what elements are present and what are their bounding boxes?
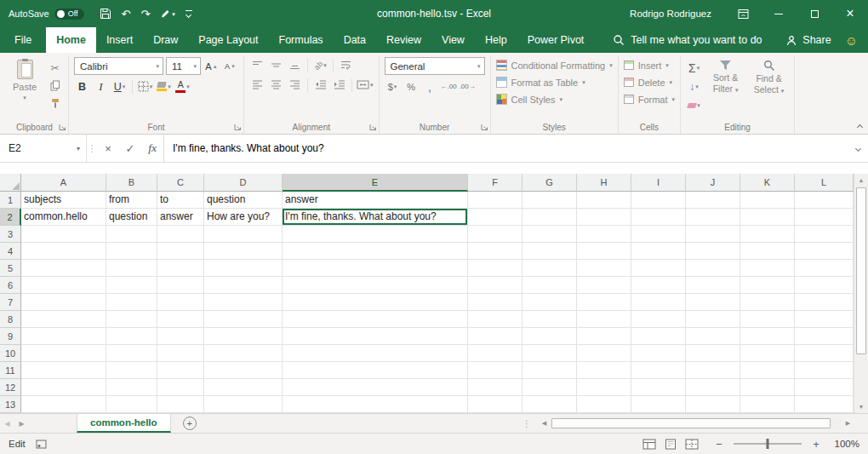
horizontal-scroll-thumb[interactable] bbox=[551, 418, 831, 428]
cell-J9[interactable] bbox=[686, 328, 740, 345]
cell-A2[interactable]: common.hello bbox=[21, 209, 106, 226]
zoom-in-button[interactable]: + bbox=[810, 439, 822, 450]
paste-button[interactable]: Paste ▾ bbox=[6, 57, 43, 101]
tab-draw[interactable]: Draw bbox=[143, 27, 188, 53]
zoom-slider-thumb[interactable] bbox=[767, 439, 769, 449]
cell-G7[interactable] bbox=[523, 294, 577, 311]
cell-D4[interactable] bbox=[204, 243, 283, 260]
cell-J2[interactable] bbox=[686, 209, 740, 226]
user-name[interactable]: Rodrigo Rodriguez bbox=[630, 9, 711, 19]
cell-I6[interactable] bbox=[631, 277, 686, 294]
cell-G12[interactable] bbox=[523, 379, 577, 396]
tab-file[interactable]: File bbox=[0, 27, 46, 53]
cell-H7[interactable] bbox=[577, 294, 631, 311]
format-as-table-button[interactable]: Format as Table ▾ bbox=[496, 74, 613, 90]
percent-style-button[interactable]: % bbox=[403, 78, 420, 95]
cell-F2[interactable] bbox=[468, 209, 523, 226]
wrap-text-button[interactable] bbox=[338, 57, 354, 73]
cell-A7[interactable] bbox=[21, 294, 106, 311]
increase-font-size-button[interactable]: A▲ bbox=[203, 58, 220, 74]
italic-button[interactable]: I bbox=[93, 78, 109, 95]
cell-K6[interactable] bbox=[740, 277, 795, 294]
cell-I10[interactable] bbox=[631, 345, 686, 362]
cell-F13[interactable] bbox=[468, 396, 523, 413]
cell-I3[interactable] bbox=[631, 226, 686, 243]
column-header-F[interactable]: F bbox=[468, 174, 523, 192]
cell-E8[interactable] bbox=[283, 311, 468, 328]
cell-G1[interactable] bbox=[523, 192, 577, 209]
font-size-select[interactable]: 11 ▾ bbox=[166, 57, 201, 75]
cell-D9[interactable] bbox=[204, 328, 283, 345]
cell-L1[interactable] bbox=[795, 192, 854, 209]
column-header-J[interactable]: J bbox=[686, 174, 740, 192]
cell-E11[interactable] bbox=[283, 362, 468, 379]
cell-A8[interactable] bbox=[21, 311, 106, 328]
cell-A12[interactable] bbox=[21, 379, 106, 396]
fill-color-button[interactable]: ▾ bbox=[156, 78, 172, 95]
decrease-decimal-button[interactable]: .00→ bbox=[460, 78, 476, 95]
cell-A4[interactable] bbox=[21, 243, 106, 260]
decrease-indent-button[interactable] bbox=[312, 77, 328, 93]
cell-I9[interactable] bbox=[631, 328, 686, 345]
cell-H5[interactable] bbox=[577, 260, 631, 277]
minimize-button[interactable] bbox=[761, 0, 797, 27]
cell-A1[interactable]: subjects bbox=[21, 192, 106, 209]
column-header-I[interactable]: I bbox=[631, 174, 686, 192]
row-header-10[interactable]: 10 bbox=[0, 345, 21, 362]
cell-C13[interactable] bbox=[157, 396, 204, 413]
cell-E12[interactable] bbox=[283, 379, 468, 396]
cell-J12[interactable] bbox=[686, 379, 740, 396]
cell-I12[interactable] bbox=[631, 379, 686, 396]
cell-K10[interactable] bbox=[740, 345, 795, 362]
cell-I2[interactable] bbox=[631, 209, 686, 226]
row-header-12[interactable]: 12 bbox=[0, 379, 21, 396]
cell-F12[interactable] bbox=[468, 379, 523, 396]
cell-C2[interactable]: answer bbox=[157, 209, 204, 226]
macro-record-button[interactable] bbox=[36, 440, 47, 449]
undo-button[interactable]: ↶ bbox=[117, 3, 136, 25]
cell-G11[interactable] bbox=[523, 362, 577, 379]
format-painter-button[interactable] bbox=[47, 95, 63, 112]
cell-H10[interactable] bbox=[577, 345, 631, 362]
cell-I1[interactable] bbox=[631, 192, 686, 209]
cell-K13[interactable] bbox=[740, 396, 795, 413]
tab-power-pivot[interactable]: Power Pivot bbox=[517, 27, 595, 53]
cell-K2[interactable] bbox=[740, 209, 795, 226]
cell-I5[interactable] bbox=[631, 260, 686, 277]
cell-E5[interactable] bbox=[283, 260, 468, 277]
cell-F9[interactable] bbox=[468, 328, 523, 345]
copy-button[interactable] bbox=[47, 78, 63, 94]
cell-F3[interactable] bbox=[468, 226, 523, 243]
column-header-A[interactable]: A bbox=[21, 174, 106, 192]
feedback-smiley-icon[interactable]: ☺ bbox=[845, 34, 858, 47]
cell-D11[interactable] bbox=[204, 362, 283, 379]
zoom-level[interactable]: 100% bbox=[831, 439, 859, 449]
cell-L6[interactable] bbox=[795, 277, 854, 294]
cell-E3[interactable] bbox=[283, 226, 468, 243]
save-button[interactable] bbox=[94, 3, 117, 25]
cell-D5[interactable] bbox=[204, 260, 283, 277]
align-right-button[interactable] bbox=[287, 77, 303, 93]
cell-G10[interactable] bbox=[523, 345, 577, 362]
cell-C3[interactable] bbox=[157, 226, 204, 243]
cell-F7[interactable] bbox=[468, 294, 523, 311]
conditional-formatting-button[interactable]: Conditional Formatting ▾ bbox=[496, 57, 613, 73]
column-header-K[interactable]: K bbox=[740, 174, 795, 192]
cell-F1[interactable] bbox=[468, 192, 523, 209]
select-all-corner[interactable] bbox=[0, 174, 21, 192]
cell-B13[interactable] bbox=[106, 396, 157, 413]
cell-G5[interactable] bbox=[523, 260, 577, 277]
row-header-6[interactable]: 6 bbox=[0, 277, 21, 294]
vertical-scroll-track[interactable] bbox=[854, 187, 868, 400]
column-header-H[interactable]: H bbox=[577, 174, 631, 192]
cell-C7[interactable] bbox=[157, 294, 204, 311]
ribbon-display-options-button[interactable] bbox=[725, 0, 761, 27]
tab-help[interactable]: Help bbox=[475, 27, 517, 53]
cell-D1[interactable]: question bbox=[204, 192, 283, 209]
next-sheet-button[interactable]: ▶ bbox=[14, 414, 29, 433]
vertical-scroll-thumb[interactable] bbox=[856, 187, 866, 354]
cell-L12[interactable] bbox=[795, 379, 854, 396]
cell-B9[interactable] bbox=[106, 328, 157, 345]
tab-review[interactable]: Review bbox=[376, 27, 431, 53]
row-header-8[interactable]: 8 bbox=[0, 311, 21, 328]
